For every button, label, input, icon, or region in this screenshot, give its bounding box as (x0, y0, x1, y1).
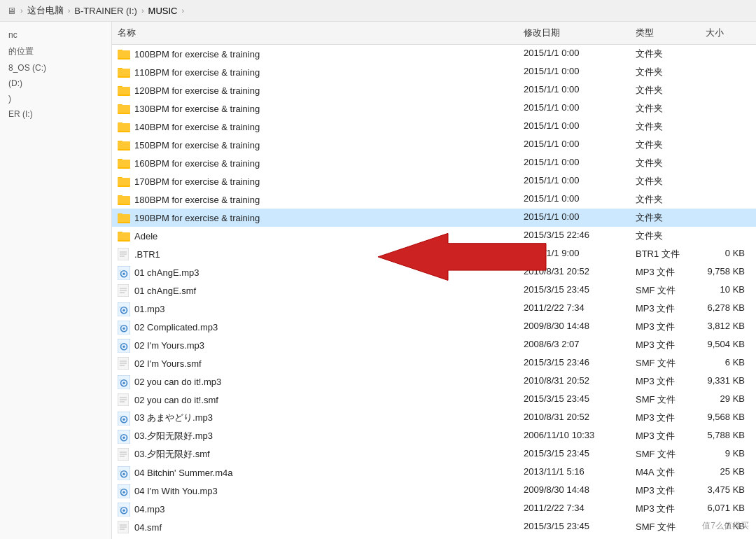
breadcrumb-drive[interactable]: B-TRAINER (I:) (74, 6, 137, 16)
folder-icon (118, 139, 130, 150)
table-row[interactable]: 03.夕阳无限好.smf 2015/3/15 23:45 SMF 文件 9 KB (112, 445, 756, 463)
file-name-cell: 180BPM for exercise & training (112, 192, 518, 207)
svg-rect-11 (118, 105, 130, 113)
table-row[interactable]: 190BPM for exercise & training 2015/1/1 … (112, 209, 756, 227)
file-size: 6,278 KB (700, 301, 756, 316)
file-type: 文件夹 (630, 228, 700, 244)
folder-icon (118, 103, 130, 114)
file-type: MP3 文件 (630, 319, 700, 335)
table-row[interactable]: 150BPM for exercise & training 2015/1/1 … (112, 136, 756, 154)
file-type: 文件夹 (630, 83, 700, 98)
file-name: 01 chAngE.smf (134, 286, 196, 296)
sidebar-item-paren[interactable]: ) (0, 91, 111, 106)
table-row[interactable]: 01 chAngE.smf 2015/3/15 23:45 SMF 文件 10 … (112, 281, 756, 300)
main-area: nc 的位置 8_OS (C:) (D:) ) ER (I:) 名称 修改日期 … (0, 22, 756, 539)
mp3-icon: ♪ (118, 466, 130, 479)
table-row[interactable]: 110BPM for exercise & training 2015/1/1 … (112, 63, 756, 81)
file-name: 170BPM for exercise & training (134, 176, 260, 187)
table-row[interactable]: 160BPM for exercise & training 2015/1/1 … (112, 154, 756, 172)
file-size: 9,331 KB (700, 374, 756, 389)
sidebar: nc 的位置 8_OS (C:) (D:) ) ER (I:) (0, 22, 112, 539)
table-row[interactable]: ♪ 03 あまやどり.mp3 2010/8/31 20:52 MP3 文件 9,… (112, 409, 756, 427)
sidebar-item-i[interactable]: ER (I:) (0, 106, 111, 122)
table-row[interactable]: 180BPM for exercise & training 2015/1/1 … (112, 190, 756, 209)
file-name-cell: ♪ 01.mp3 (112, 301, 518, 316)
folder-icon (118, 121, 130, 132)
file-name-cell: 170BPM for exercise & training (112, 174, 518, 189)
table-row[interactable]: ♪ 04 Bitchin' Summer.m4a 2013/11/1 5:16 … (112, 463, 756, 482)
sidebar-item-location[interactable]: 的位置 (0, 43, 111, 60)
file-name: 130BPM for exercise & training (134, 104, 260, 114)
col-name[interactable]: 名称 (112, 24, 518, 41)
file-name: 02 I'm Yours.smf (134, 358, 202, 369)
file-name: 03.夕阳无限好.mp3 (134, 430, 213, 442)
file-size (700, 46, 756, 62)
table-row[interactable]: ♪ 01.mp3 2011/2/22 7:34 MP3 文件 6,278 KB (112, 300, 756, 318)
file-modified: 2015/1/1 0:00 (518, 174, 630, 189)
table-row[interactable]: ♪ 02 Complicated.mp3 2009/8/30 14:48 MP3… (112, 318, 756, 336)
col-modified[interactable]: 修改日期 (518, 24, 630, 41)
table-row[interactable]: 02 you can do it!.smf 2015/3/15 23:45 SM… (112, 391, 756, 409)
file-name: 180BPM for exercise & training (134, 195, 260, 205)
file-size: 6 KB (700, 356, 756, 371)
svg-point-101 (122, 491, 125, 493)
file-name-cell: ♪ 03 あまやどり.mp3 (112, 410, 518, 426)
file-modified: 2015/3/15 23:45 (518, 447, 630, 462)
file-modified: 2010/8/31 20:52 (518, 374, 630, 389)
breadcrumb-computer[interactable]: 这台电脑 (27, 4, 64, 17)
file-modified: 2015/1/1 0:00 (518, 101, 630, 116)
file-name: 02 you can do it!.mp3 (134, 377, 221, 387)
table-row[interactable]: Adele 2015/3/15 22:46 文件夹 (112, 227, 756, 245)
sidebar-item-d[interactable]: (D:) (0, 76, 111, 91)
svg-rect-23 (118, 178, 130, 186)
mp3-icon: ♪ (118, 302, 130, 315)
svg-point-81 (122, 419, 125, 421)
svg-rect-20 (118, 160, 130, 167)
file-modified: 2015/1/1 0:00 (518, 192, 630, 207)
file-name-cell: ♪ 02 I'm Yours.mp3 (112, 337, 518, 353)
sidebar-item-c[interactable]: 8_OS (C:) (0, 60, 111, 76)
table-row[interactable]: 100BPM for exercise & training 2015/1/1 … (112, 45, 756, 63)
svg-rect-32 (118, 232, 130, 240)
file-type: SMF 文件 (630, 356, 700, 371)
svg-text:♪: ♪ (119, 433, 120, 436)
file-type: MP3 文件 (630, 428, 700, 444)
file-size (700, 174, 756, 189)
folder-icon (118, 66, 130, 78)
file-name: 03.夕阳无限好.smf (134, 448, 210, 461)
sidebar-item-nc[interactable]: nc (0, 27, 111, 43)
table-row[interactable]: 120BPM for exercise & training 2015/1/1 … (112, 81, 756, 99)
col-type[interactable]: 类型 (630, 24, 700, 41)
file-size: 29 KB (700, 392, 756, 407)
file-name: 02 you can do it!.smf (134, 395, 218, 405)
file-modified: 2015/3/15 22:46 (518, 228, 630, 244)
mp3-icon: ♪ (118, 375, 130, 388)
table-row[interactable]: 04.smf 2015/3/15 23:45 SMF 文件 7 KB (112, 518, 756, 536)
file-icon (118, 284, 130, 297)
file-type: 文件夹 (630, 64, 700, 80)
table-row[interactable]: 170BPM for exercise & training 2015/1/1 … (112, 172, 756, 190)
file-size: 6,071 KB (700, 501, 756, 517)
table-row[interactable]: .BTR1 2000/1/1 9:00 BTR1 文件 0 KB (112, 245, 756, 263)
table-row[interactable]: 02 I'm Yours.smf 2015/3/15 23:46 SMF 文件 … (112, 354, 756, 372)
file-type: 文件夹 (630, 174, 700, 189)
file-type: 文件夹 (630, 192, 700, 207)
file-name-cell: 04.smf (112, 519, 518, 535)
table-row[interactable]: 130BPM for exercise & training 2015/1/1 … (112, 99, 756, 118)
svg-point-96 (122, 473, 125, 475)
table-row[interactable]: ♪ 01 chAngE.mp3 2010/8/31 20:52 MP3 文件 9… (112, 263, 756, 281)
table-row[interactable]: ♪ 04 I'm With You.mp3 2009/8/30 14:48 MP… (112, 482, 756, 500)
svg-text:♪: ♪ (119, 323, 120, 327)
folder-icon (118, 212, 130, 223)
col-size[interactable]: 大小 (700, 24, 756, 41)
breadcrumb-folder[interactable]: MUSIC (148, 6, 178, 16)
svg-point-56 (122, 328, 125, 330)
svg-text:♪: ♪ (119, 269, 120, 272)
file-size: 0 KB (700, 246, 756, 262)
table-row[interactable]: ♪ 02 you can do it!.mp3 2010/8/31 20:52 … (112, 372, 756, 391)
table-row[interactable]: ♪ 03.夕阳无限好.mp3 2006/11/10 10:33 MP3 文件 5… (112, 427, 756, 445)
svg-point-41 (122, 273, 125, 275)
table-row[interactable]: ♪ 04.mp3 2011/2/22 7:34 MP3 文件 6,071 KB (112, 500, 756, 518)
table-row[interactable]: ♪ 02 I'm Yours.mp3 2008/6/3 2:07 MP3 文件 … (112, 336, 756, 354)
table-row[interactable]: 140BPM for exercise & training 2015/1/1 … (112, 118, 756, 136)
